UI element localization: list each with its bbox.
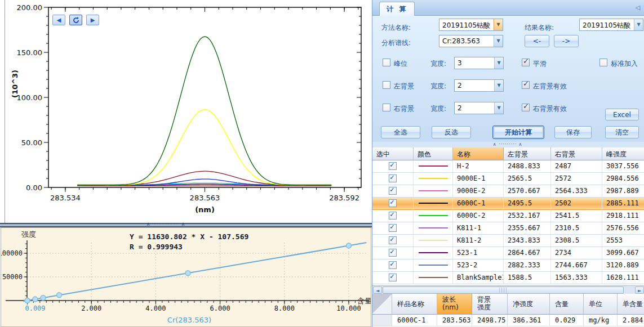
table-row[interactable]: ✓6000C-22532.1672541.52918.111 [372,210,644,222]
analysis-line-label: 分析谱线: [381,38,411,48]
chevron-down-icon[interactable]: ▼ [494,35,503,47]
standard-addition-checkbox[interactable]: ✓ [599,59,607,66]
row-checkbox[interactable]: ✓ [389,224,397,232]
spectrum-curve-peak-yellow [77,110,331,185]
save-button[interactable]: 保存 [554,126,592,138]
table-horizontal-scrollbar[interactable]: ◄ |||| ► [372,285,644,294]
cell: 9000E-2 [453,185,504,198]
method-name-select[interactable]: 20191105钴酸 ▼ [439,19,503,31]
scroll-left-icon[interactable]: ◄ [373,286,382,294]
width-select-3[interactable]: 2 ▼ [454,102,504,114]
summary-header-2[interactable]: 背景强度 [472,294,508,315]
cell: H-2 [453,160,504,173]
chevron-down-icon[interactable]: ▼ [634,19,643,30]
summary-header-0[interactable]: 样品名称 [392,294,437,315]
samples-table-body: ✓H-22488.83324873037.556✓9000E-12565.525… [372,160,644,284]
row-checkbox[interactable]: ✓ [389,249,397,257]
cell: 2553 [602,235,644,247]
column-header-3[interactable]: 左背景 [504,147,551,160]
summary-header-4[interactable]: 含量 [550,294,584,315]
splitter-grip-icon[interactable]: ∧ ········· ∧ [463,142,553,147]
column-header-0[interactable]: 选中 [372,147,414,160]
row-checkbox[interactable]: ✓ [389,212,397,220]
spectra-chart: 0.0050.00100.00150.00200.00283.534283.56… [5,0,372,223]
cell: 2864.667 [504,247,551,259]
right-bg-valid-checkbox[interactable]: ✓ [522,104,530,111]
summary-header-1[interactable]: 波长(nm) [437,294,472,315]
column-header-2[interactable]: 名称 [453,147,504,160]
table-row[interactable]: ✓523-22882.3332744.6673120.889 [372,259,644,272]
svg-text:50000: 50000 [2,273,23,281]
width-select-2[interactable]: 2 ▼ [454,79,504,92]
splitter-grip-icon[interactable]: ∧ ········· ∧ [144,221,189,227]
table-row[interactable]: ✓BlankSample11588.51563.3331628.111 [372,272,644,284]
svg-text:Cr(283.563): Cr(283.563) [167,316,211,324]
summary-header-5[interactable]: 单位 [584,294,618,315]
row-checkbox[interactable]: ✓ [389,236,397,244]
series-color-swatch [419,215,448,216]
right-bg-checkbox[interactable]: ✓ [383,104,390,111]
clear-button[interactable]: 清空 [605,126,639,138]
row-checkbox[interactable]: ✓ [389,274,397,281]
panel-splitter[interactable]: ∧ ········· ∧ [372,142,644,147]
series-color-swatch [419,265,448,266]
table-row[interactable]: ✓H-22488.83324873037.556 [372,160,644,173]
invert-selection-button[interactable]: 反选 [432,126,471,138]
table-row[interactable]: ✓9000E-12565.525722984.556 [372,173,644,185]
analysis-line-select[interactable]: Cr:283.563 ▼ [439,35,503,47]
summary-table-row[interactable]: 6000C-1283.5632498.75386.3610.029mg/kg2.… [372,315,644,326]
summary-cell: mg/kg [584,315,618,326]
table-row[interactable]: ✓K811-12355.6672310.52576.556 [372,222,644,235]
prev-line-button[interactable]: <- [525,35,549,47]
width-select-1[interactable]: 3 ▼ [454,57,504,69]
left-bg-checkbox[interactable]: ✓ [383,81,390,89]
refresh-icon[interactable] [69,15,82,25]
svg-text:10.000: 10.000 [336,304,361,312]
cell: 2488.833 [504,160,551,173]
scrollbar-thumb[interactable]: |||| [383,286,624,294]
table-row[interactable]: ✓9000E-22570.6672564.3332987.889 [372,185,644,198]
peak-position-checkbox[interactable]: ✓ [383,59,390,66]
chevron-down-icon[interactable]: ▼ [494,80,503,91]
cell: K811-1 [453,222,504,235]
chevron-down-icon[interactable]: ▼ [494,57,503,69]
cell [414,272,453,284]
left-bg-valid-checkbox[interactable]: ✓ [522,81,530,89]
summary-header-3[interactable]: 净强度 [508,294,550,315]
column-header-5[interactable]: 峰强度 [602,147,644,160]
excel-export-button[interactable]: Excel [605,109,639,120]
row-checkbox[interactable]: ✓ [389,174,397,182]
chevron-down-icon[interactable]: ▼ [494,102,503,114]
row-checkbox[interactable]: ✓ [389,261,397,269]
series-color-swatch [419,277,448,278]
cell [414,259,453,272]
table-row[interactable]: ✓K811-22343.8332308.52553 [372,235,644,247]
tab-calculate[interactable]: 计 算 [379,2,415,16]
next-line-button[interactable]: -> [554,35,579,47]
select-all-button[interactable]: 全选 [381,126,420,138]
table-row[interactable]: ✓6000C-12495.525022885.111 [372,198,644,210]
svg-text:50.00: 50.00 [21,138,42,147]
summary-cell: 0.029 [550,315,584,326]
calibration-point [347,243,352,248]
corner-select-cell[interactable] [372,294,392,315]
summary-header-6[interactable]: 单含量 [618,294,644,315]
cell: ✓ [372,222,414,235]
row-checkbox[interactable]: ✓ [389,187,397,195]
row-checkbox[interactable]: ✓ [389,162,397,170]
chevron-down-icon[interactable]: ▼ [494,19,503,30]
scroll-right-icon[interactable]: ► [635,286,644,294]
table-row[interactable]: ✓523-12864.66727343099.667 [372,247,644,259]
result-name-select[interactable]: 20191105钴酸 ▼ [579,19,643,31]
smooth-checkbox[interactable]: ✓ [522,59,530,66]
summary-cell: 283.563 [437,315,472,326]
collapse-panel-icon[interactable]: ◁ [636,4,640,11]
calibration-point [33,297,38,302]
horizontal-splitter[interactable]: ∧ ········· ∧ [0,223,372,227]
column-header-4[interactable]: 右背景 [551,147,602,160]
row-checkbox[interactable]: ✓ [389,199,397,207]
prev-spectrum-button[interactable]: ◀ [52,15,65,25]
start-calculation-button[interactable]: 开始计算 [492,126,544,139]
column-header-1[interactable]: 颜色 [414,147,453,160]
next-spectrum-button[interactable]: ▶ [86,15,99,25]
